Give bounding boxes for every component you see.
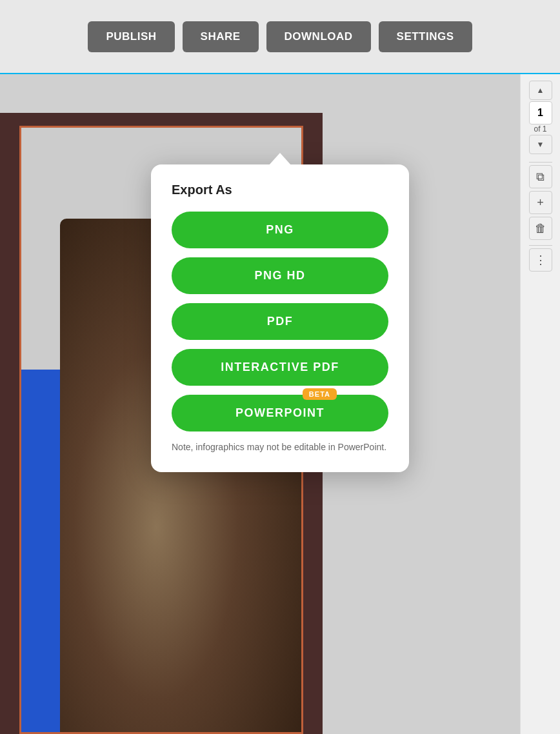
- delete-page-button[interactable]: 🗑: [529, 217, 552, 240]
- sidebar-divider-2: [529, 245, 552, 246]
- toolbar: PUBLISH SHARE DOWNLOAD SETTINGS: [0, 0, 560, 74]
- blue-block: [21, 370, 60, 732]
- more-options-button[interactable]: ⋮: [529, 248, 552, 272]
- share-button[interactable]: SHARE: [183, 21, 259, 52]
- trash-icon: 🗑: [535, 222, 546, 235]
- add-page-button[interactable]: +: [529, 191, 552, 214]
- export-png-hd-button[interactable]: PNG HD: [172, 257, 388, 294]
- copy-button[interactable]: ⧉: [529, 165, 552, 188]
- popup-title: Export As: [172, 183, 388, 197]
- right-sidebar: ▲ 1 of 1 ▼ ⧉ + 🗑 ⋮: [520, 74, 560, 734]
- settings-button[interactable]: SETTINGS: [379, 21, 472, 52]
- page-up-button[interactable]: ▲: [529, 81, 552, 100]
- arrow-up-icon: ▲: [537, 86, 545, 95]
- beta-badge: BETA: [303, 388, 337, 400]
- popup-note: Note, infographics may not be editable i…: [172, 441, 388, 454]
- canvas-area: ▲ 1 of 1 ▼ ⧉ + 🗑 ⋮ Export As PNG PNG HD …: [0, 74, 560, 734]
- publish-button[interactable]: PUBLISH: [88, 21, 174, 52]
- export-interactive-pdf-button[interactable]: INTERACTIVE PDF: [172, 349, 388, 386]
- arrow-down-icon: ▼: [537, 140, 545, 149]
- download-button[interactable]: DOWNLOAD: [266, 21, 371, 52]
- export-png-button[interactable]: PNG: [172, 212, 388, 248]
- export-pdf-button[interactable]: PDF: [172, 303, 388, 340]
- download-popup: Export As PNG PNG HD PDF INTERACTIVE PDF…: [151, 164, 409, 472]
- add-icon: +: [537, 196, 544, 210]
- export-powerpoint-button[interactable]: BETA POWERPOINT: [172, 395, 388, 431]
- powerpoint-label: POWERPOINT: [235, 406, 325, 419]
- copy-icon: ⧉: [536, 170, 545, 184]
- page-number-input[interactable]: 1: [529, 101, 552, 124]
- page-of-label: of 1: [534, 124, 546, 134]
- sidebar-divider-1: [529, 162, 552, 163]
- page-down-button[interactable]: ▼: [529, 135, 552, 154]
- more-icon: ⋮: [535, 253, 546, 267]
